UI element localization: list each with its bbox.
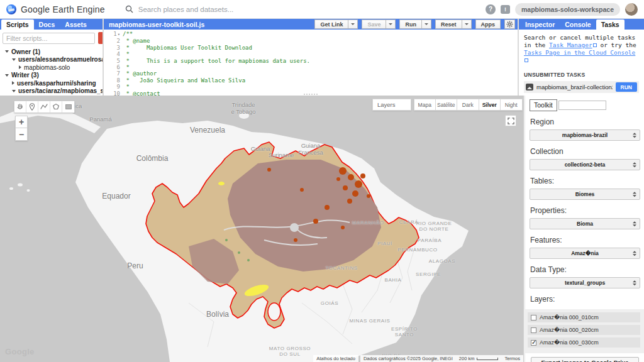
run-button[interactable]: Run: [399, 19, 422, 29]
tree-caret-icon[interactable]: [12, 81, 14, 85]
get-link-dropdown[interactable]: [348, 19, 358, 29]
code-text: * Mapbiomas User Toolkit Download: [123, 45, 252, 51]
map-layers-button[interactable]: Layers: [372, 99, 411, 111]
script-tree-item[interactable]: users/alessandrosamuelrosa/default: [3, 56, 103, 64]
help-icon[interactable]: ?: [486, 4, 496, 14]
code-line: 4 *: [104, 51, 518, 57]
new-script-button[interactable]: NEW: [98, 32, 103, 44]
layer-label: Amaz�nia 000_030cm: [540, 339, 599, 346]
task-manager-link[interactable]: Task Manager: [549, 41, 592, 48]
tree-caret-icon[interactable]: [5, 74, 9, 77]
script-tree-item[interactable]: Writer (3): [3, 72, 103, 80]
tab-tasks[interactable]: Tasks: [596, 19, 625, 30]
keyboard-shortcuts-link[interactable]: Atalhos do teclado: [313, 355, 358, 362]
app-title: Google Earth Engine: [21, 4, 105, 14]
save-dropdown[interactable]: [386, 19, 396, 29]
tree-caret-icon[interactable]: [12, 90, 16, 92]
line-number[interactable]: 3: [104, 45, 123, 51]
pan-hand-tool[interactable]: [14, 101, 26, 112]
toolkit-panel: Toolkit Regionmapbiomas-brazilCollection…: [523, 96, 644, 362]
fullscreen-button[interactable]: [505, 115, 516, 126]
google-watermark: Google: [5, 347, 35, 356]
tree-caret-icon[interactable]: [19, 65, 21, 69]
tab-console[interactable]: Console: [560, 19, 596, 30]
line-number[interactable]: 9: [104, 84, 123, 90]
toolkit-select-datatype[interactable]: textural_groups: [530, 277, 640, 288]
task-run-button[interactable]: RUN: [616, 82, 637, 92]
line-number[interactable]: 6: [104, 64, 123, 70]
basemap-button-silver[interactable]: Silver: [479, 99, 501, 111]
basemap-button-satélite[interactable]: Satélite: [436, 99, 458, 111]
map-graphic: [0, 96, 523, 362]
toolkit-select-properties[interactable]: Bioma: [530, 218, 640, 229]
unsubmitted-task-row[interactable]: mapbiomas_brazil-collection2_beta-text..…: [524, 81, 639, 93]
toolkit-title[interactable]: Toolkit: [530, 99, 557, 111]
toolkit-select-collection[interactable]: collection2-beta: [530, 159, 640, 170]
tab-docs[interactable]: Docs: [34, 19, 60, 30]
export-to-drive-button[interactable]: Export images to Google Drive: [531, 357, 639, 362]
line-number[interactable]: 2: [104, 38, 123, 44]
map-canvas[interactable]: Costa RicaPanamáTrindade e TobagoVenezue…: [0, 96, 523, 362]
layer-row[interactable]: Amaz�nia 000_030cm: [528, 337, 640, 348]
code-line: 7 * @author: [104, 70, 518, 77]
line-number[interactable]: 10: [104, 90, 123, 96]
layer-row[interactable]: Amaz�nia 000_010cm: [528, 312, 640, 322]
line-number[interactable]: 4: [104, 51, 123, 57]
line-number[interactable]: 7: [104, 70, 123, 77]
run-dropdown[interactable]: [422, 19, 431, 29]
script-tree-item[interactable]: mapbiomas-solo: [3, 63, 103, 72]
toolkit-field-label: Region: [530, 118, 640, 126]
feedback-icon[interactable]: !: [501, 5, 510, 14]
select-value: Amaz�nia: [571, 250, 599, 256]
script-tree-item[interactable]: users/kasparhurni/sharing: [3, 79, 103, 87]
polyline-tool[interactable]: [38, 101, 50, 112]
filter-scripts-input[interactable]: [3, 33, 95, 44]
apps-button[interactable]: Apps: [475, 19, 501, 29]
layer-row[interactable]: Amaz�nia 000_020cm: [528, 325, 640, 335]
code-fold-icon[interactable]: ▾: [118, 32, 120, 37]
workspace-button[interactable]: mapbiomas-solos-workspace: [515, 3, 620, 16]
tree-item-label: Writer (3): [11, 72, 39, 79]
point-marker-tool[interactable]: [26, 101, 38, 112]
basemap-button-dark[interactable]: Dark: [457, 99, 479, 111]
basemap-button-mapa[interactable]: Mapa: [414, 99, 436, 111]
rectangle-tool[interactable]: [62, 101, 74, 112]
user-avatar[interactable]: [625, 3, 638, 16]
get-link-button[interactable]: Get Link: [314, 19, 348, 29]
app-logo[interactable]: Google Earth Engine: [0, 4, 114, 14]
settings-gear-button[interactable]: [504, 19, 515, 29]
terms-link[interactable]: Termos: [501, 355, 523, 362]
line-number[interactable]: 8: [104, 77, 123, 84]
task-name: mapbiomas_brazil-collection2_beta-text..…: [536, 84, 613, 90]
reset-dropdown[interactable]: [462, 19, 472, 29]
zoom-out-button[interactable]: −: [15, 128, 28, 141]
toolkit-select-tables[interactable]: Biomes: [530, 189, 640, 200]
layer-checkbox[interactable]: [531, 340, 536, 346]
toolkit-title-secondary-box[interactable]: [558, 101, 606, 110]
zoom-in-button[interactable]: +: [15, 116, 28, 128]
tab-scripts[interactable]: Scripts: [1, 19, 34, 30]
basemap-button-night[interactable]: Night: [501, 99, 523, 111]
line-number[interactable]: 1▾: [104, 31, 123, 38]
polygon-tool[interactable]: [50, 101, 62, 112]
save-button[interactable]: Save: [362, 19, 386, 29]
search-box: [125, 5, 342, 13]
reset-button[interactable]: Reset: [435, 19, 462, 29]
script-tree-item[interactable]: users/taciaraz/mapbiomas_solo: [3, 87, 103, 96]
tab-assets[interactable]: Assets: [60, 19, 91, 30]
script-tree-item[interactable]: Owner (1): [3, 48, 103, 56]
layer-checkbox[interactable]: [531, 315, 536, 321]
search-input[interactable]: [138, 6, 327, 13]
tab-inspector[interactable]: Inspector: [520, 19, 560, 30]
cloud-console-tasks-link[interactable]: Tasks Page in the Cloud Console: [524, 49, 635, 56]
code-text: * João Siqueira and Wallace Silva: [123, 77, 245, 84]
layer-checkbox[interactable]: [531, 327, 536, 333]
tree-caret-icon[interactable]: [12, 58, 16, 61]
tree-caret-icon[interactable]: [5, 50, 9, 53]
toolkit-select-region[interactable]: mapbiomas-brazil: [530, 129, 640, 141]
toolkit-select-features[interactable]: Amaz�nia: [530, 248, 640, 259]
line-number[interactable]: 5: [104, 58, 123, 64]
code-area[interactable]: 1▾/**2 * @name3 * Mapbiomas User Toolkit…: [104, 30, 518, 96]
code-text: * This is a support tool for mapbiomas d…: [123, 58, 310, 64]
export-bar: Export images to Google Drive: [530, 353, 640, 362]
